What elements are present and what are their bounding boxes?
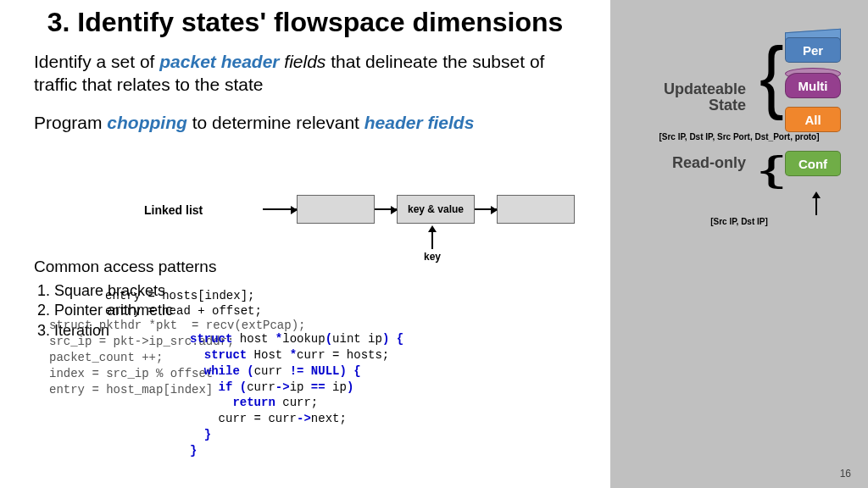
highlight-packet-header: packet header [159, 52, 279, 71]
arrow-icon [375, 208, 397, 210]
code-overlay-1: entry = hosts[index]; entry = head + off… [105, 288, 262, 319]
readonly-label: Read-only [644, 154, 746, 172]
arrow-up-icon [428, 225, 437, 232]
list-node [497, 195, 575, 224]
per-chip: Per [785, 37, 841, 63]
code-lookup: struct host *lookup(uint ip) { struct Ho… [190, 315, 403, 475]
main-area: 3. Identify states' flowspace dimensions… [0, 0, 610, 488]
body-paragraph-1: Identify a set of packet header fields t… [0, 47, 610, 97]
all-chip: All [785, 107, 841, 132]
text: to determine relevant [187, 113, 364, 132]
key-label: key [424, 251, 441, 263]
highlight-header-fields: header fields [364, 113, 475, 132]
tuple-2-label: [Src IP, Dst IP] [610, 217, 868, 226]
slide-title: 3. Identify states' flowspace dimensions [0, 0, 610, 47]
text: Program [34, 113, 107, 132]
list-node [297, 195, 375, 224]
key-pointer: key [424, 225, 441, 263]
text: Identify a set of [34, 52, 159, 71]
text: fields [280, 52, 326, 71]
arrow-icon [475, 208, 497, 210]
tuple-5-label: [Src IP, Dst IP, Src Port, Dst_Port, pro… [610, 132, 868, 141]
brace-icon: { [760, 30, 784, 122]
page-number: 16 [840, 468, 851, 480]
brace-icon: { [760, 148, 784, 191]
multi-chip: Multi [785, 73, 841, 98]
linked-list-label: Linked list [144, 203, 203, 217]
linked-list-boxes: key & value [263, 195, 575, 224]
patterns-heading: Common access patterns [34, 258, 216, 276]
state-sidebar: { { Updateable State Read-only Per Multi… [610, 0, 868, 488]
conf-chip: Conf [785, 151, 841, 176]
updateable-state-label: Updateable State [631, 81, 746, 114]
arrow-up-icon [812, 191, 821, 215]
body-paragraph-2: Program chopping to determine relevant h… [0, 108, 610, 134]
highlight-chopping: chopping [107, 113, 186, 132]
list-node-kv: key & value [397, 195, 475, 224]
arrow-icon [263, 208, 297, 210]
slide: 3. Identify states' flowspace dimensions… [0, 0, 868, 488]
